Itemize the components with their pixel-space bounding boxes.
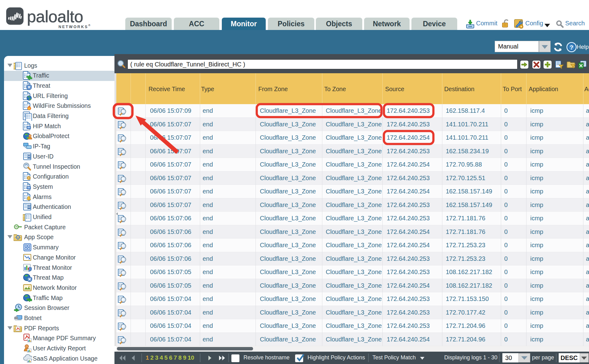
svg-text:?: ? — [570, 44, 574, 51]
